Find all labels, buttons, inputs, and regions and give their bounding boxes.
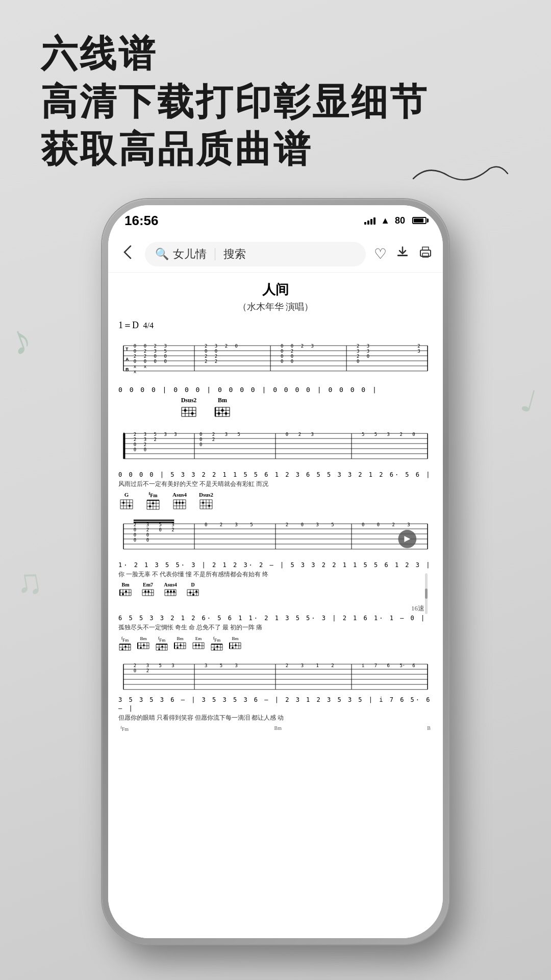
svg-point-302 bbox=[195, 644, 197, 646]
svg-point-322 bbox=[235, 644, 237, 646]
svg-point-75 bbox=[191, 412, 194, 415]
toolbar-icons: ♡ bbox=[374, 246, 433, 262]
search-bar[interactable]: 🔍 女儿情 搜索 ♡ bbox=[108, 236, 443, 273]
svg-text:x: x bbox=[134, 369, 137, 374]
svg-text:0: 0 bbox=[134, 532, 136, 537]
svg-text:3: 3 bbox=[164, 344, 166, 349]
svg-text:0: 0 bbox=[281, 349, 283, 354]
lyrics-row-2: 风雨过后不一定有美好的天空 不是天晴就会有彩虹 而况 bbox=[118, 480, 433, 488]
svg-text:0: 0 bbox=[134, 349, 136, 354]
svg-text:0: 0 bbox=[144, 359, 146, 364]
svg-point-159 bbox=[176, 502, 178, 504]
download-icon[interactable] bbox=[396, 246, 409, 262]
svg-text:5·: 5· bbox=[399, 663, 405, 668]
svg-text:A: A bbox=[126, 357, 129, 362]
svg-text:2: 2 bbox=[134, 432, 136, 437]
svg-text:2: 2 bbox=[205, 354, 207, 359]
svg-text:2: 2 bbox=[220, 522, 222, 527]
svg-point-272 bbox=[143, 644, 145, 646]
svg-text:B: B bbox=[126, 367, 129, 372]
phone-mockup: 16:56 ▲ 80 bbox=[102, 199, 449, 944]
svg-text:2: 2 bbox=[205, 359, 207, 364]
header-text-block: 六线谱 高清下载打印彰显细节 获取高品质曲谱 bbox=[41, 31, 510, 174]
svg-text:3: 3 bbox=[171, 522, 174, 527]
svg-point-253 bbox=[192, 594, 194, 596]
svg-text:5: 5 bbox=[164, 349, 166, 354]
svg-text:0: 0 bbox=[362, 522, 364, 527]
svg-text:0: 0 bbox=[134, 537, 136, 543]
svg-text:2: 2 bbox=[298, 432, 301, 437]
svg-text:5: 5 bbox=[154, 432, 157, 437]
svg-point-240 bbox=[167, 591, 169, 593]
svg-text:0: 0 bbox=[281, 354, 283, 359]
svg-point-251 bbox=[189, 592, 191, 594]
svg-text:3: 3 bbox=[154, 349, 157, 354]
chord-ffm-2: fFm bbox=[118, 636, 132, 656]
svg-rect-0 bbox=[397, 255, 408, 256]
svg-point-221 bbox=[122, 593, 124, 595]
print-icon[interactable] bbox=[418, 246, 433, 262]
svg-text:3: 3 bbox=[235, 663, 238, 668]
svg-text:2: 2 bbox=[215, 354, 217, 359]
song-subtitle: （水木年华 演唱） bbox=[118, 301, 433, 313]
svg-text:5: 5 bbox=[220, 663, 222, 668]
search-button-text[interactable]: 搜索 bbox=[223, 247, 246, 262]
notation-row-3: 1· 2 1 3 5 5· 3 | 2 1 2 3· 2 – | 5 3 3 2… bbox=[118, 561, 433, 570]
status-icons: ▲ 80 bbox=[364, 215, 427, 226]
svg-text:2: 2 bbox=[134, 663, 136, 668]
svg-text:0: 0 bbox=[134, 344, 136, 349]
svg-point-138 bbox=[129, 505, 131, 507]
svg-text:3: 3 bbox=[164, 432, 166, 437]
svg-text:0: 0 bbox=[205, 349, 207, 354]
notation-row-2: 0 0 0 0 | 5 3 3 2 2 1 1 5 5 6 1 2 3 6 5 … bbox=[118, 471, 433, 479]
svg-text:2: 2 bbox=[146, 668, 149, 673]
svg-text:T: T bbox=[126, 347, 129, 352]
battery-icon bbox=[412, 217, 427, 224]
scroll-bar[interactable] bbox=[425, 573, 428, 614]
svg-text:3: 3 bbox=[171, 663, 174, 668]
svg-text:5: 5 bbox=[362, 432, 364, 437]
svg-text:3: 3 bbox=[215, 344, 217, 349]
header-line-2: 高清下载打印彰显细节 bbox=[41, 79, 510, 127]
phone-outer-shell: 16:56 ▲ 80 bbox=[102, 199, 449, 944]
scroll-thumb[interactable] bbox=[425, 589, 428, 599]
svg-text:0: 0 bbox=[154, 354, 157, 359]
svg-text:3: 3 bbox=[407, 522, 410, 527]
svg-point-220 bbox=[125, 591, 127, 593]
favorite-icon[interactable]: ♡ bbox=[374, 246, 387, 262]
svg-text:2: 2 bbox=[291, 349, 293, 354]
chord-g: G bbox=[118, 492, 135, 513]
key-signature: 1＝D 4/4 bbox=[118, 319, 433, 331]
bottom-chord-1: fFm bbox=[120, 725, 129, 732]
svg-text:0: 0 bbox=[199, 432, 202, 437]
chord-em: Em bbox=[192, 636, 205, 656]
song-title: 人间 bbox=[118, 281, 433, 299]
chord-ffm-4: fFm bbox=[210, 636, 223, 656]
svg-point-231 bbox=[147, 591, 149, 593]
search-input-area[interactable]: 🔍 女儿情 搜索 bbox=[145, 242, 366, 266]
lyrics-row-3: 你 一脸无辜 不 代表你懂 憧 不是所有感情都会有始有 终 bbox=[118, 570, 433, 579]
svg-text:3: 3 bbox=[146, 522, 149, 527]
svg-point-252 bbox=[195, 591, 197, 593]
back-button[interactable] bbox=[118, 240, 137, 268]
wifi-icon: ▲ bbox=[381, 215, 390, 226]
notation-row-5: 3 5 3 5 3 6 – | 3 5 3 5 3 6 – | 2 3 1 2 … bbox=[118, 696, 433, 713]
svg-text:3: 3 bbox=[316, 522, 318, 527]
svg-text:2: 2 bbox=[212, 432, 215, 437]
svg-text:2: 2 bbox=[357, 354, 359, 359]
sheet-music-content: 人间 （水木年华 演唱） 1＝D 4/4 bbox=[108, 273, 443, 938]
svg-text:2: 2 bbox=[144, 354, 146, 359]
svg-text:2: 2 bbox=[286, 522, 288, 527]
svg-text:3: 3 bbox=[301, 663, 304, 668]
svg-text:2: 2 bbox=[171, 527, 174, 532]
svg-text:2: 2 bbox=[134, 437, 136, 442]
svg-text:5: 5 bbox=[331, 522, 334, 527]
svg-text:0: 0 bbox=[291, 354, 293, 359]
svg-text:2: 2 bbox=[331, 663, 334, 668]
svg-point-86 bbox=[218, 412, 220, 415]
signal-icon bbox=[364, 216, 375, 225]
svg-text:3: 3 bbox=[144, 437, 146, 442]
phone-screen: 16:56 ▲ 80 bbox=[108, 205, 443, 938]
svg-text:2: 2 bbox=[417, 344, 420, 349]
chord-d: D bbox=[186, 582, 200, 602]
